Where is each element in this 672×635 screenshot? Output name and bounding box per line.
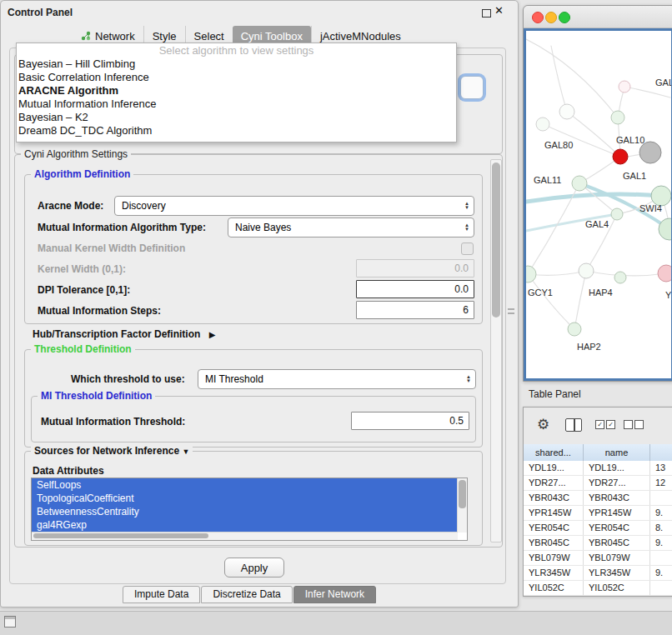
- network-node[interactable]: [568, 322, 581, 336]
- attribute-list-vscroll-thumb[interactable]: [459, 480, 466, 508]
- attribute-list-vscrollbar[interactable]: [457, 478, 467, 532]
- mi-type-value: Naive Bayes: [235, 222, 291, 233]
- network-node[interactable]: [526, 266, 536, 282]
- gear-icon[interactable]: ⚙: [537, 416, 549, 433]
- select-columns-icon[interactable]: ✓✓: [595, 420, 615, 429]
- table-row[interactable]: YIL052C YIL052C: [524, 581, 672, 596]
- close-icon[interactable]: ✕: [494, 4, 504, 17]
- settings-group-title: Cyni Algorithm Settings: [21, 149, 131, 159]
- control-panel-window: Control Panel ✕ Network Style Select Cyn…: [0, 0, 519, 608]
- attribute-item-selected[interactable]: TopologicalCoefficient: [32, 492, 457, 505]
- algorithm-dropdown-popup: Select algorithm to view settings Bayesi…: [16, 42, 457, 142]
- minimize-traffic-light-icon[interactable]: [545, 12, 557, 23]
- network-window-titlebar[interactable]: [524, 6, 672, 28]
- manual-kernel-checkbox[interactable]: [461, 242, 474, 255]
- sources-title: Sources for Network Inference: [34, 445, 179, 457]
- tab-discretize-data[interactable]: Discretize Data: [201, 586, 292, 603]
- dropdown-item-selected[interactable]: ARACNE Algorithm: [17, 84, 456, 98]
- table-row[interactable]: YER054C YER054C 8.: [524, 521, 672, 536]
- cyni-bottom-tabbar: Impute Data Discretize Data Infer Networ…: [123, 586, 377, 603]
- hub-definition-expander[interactable]: Hub/Transcription Factor Definition ▶: [33, 328, 215, 342]
- dropdown-item[interactable]: Bayesian – K2: [17, 111, 456, 124]
- data-attributes-label: Data Attributes: [33, 464, 104, 478]
- mi-steps-label: Mutual Information Steps:: [38, 304, 161, 318]
- table-body: YDL19... YDL19... 13 YDR27... YDR27... 1…: [524, 461, 672, 596]
- network-node-label: GAL11: [534, 175, 561, 185]
- attribute-list-hscroll-thumb[interactable]: [33, 533, 208, 538]
- network-node-label: SWI4: [639, 203, 662, 213]
- dpi-tolerance-input[interactable]: [356, 280, 474, 298]
- dropdown-item[interactable]: Bayesian – Hill Climbing: [17, 58, 456, 71]
- column-header[interactable]: shared...: [524, 444, 584, 461]
- network-node[interactable]: [611, 208, 623, 220]
- float-window-icon[interactable]: [482, 9, 491, 18]
- network-node[interactable]: [572, 176, 587, 191]
- network-node[interactable]: [559, 104, 574, 119]
- network-node[interactable]: [614, 272, 626, 283]
- table-row[interactable]: YBR045C YBR045C 9.: [524, 536, 672, 551]
- table-panel-window: ⚙ ✓✓ shared... name YDL19... YDL19... 13…: [523, 407, 672, 597]
- tab-impute-data[interactable]: Impute Data: [123, 586, 200, 603]
- network-node[interactable]: [613, 149, 628, 164]
- table-row[interactable]: YDR27... YDR27... 12: [524, 476, 672, 491]
- network-node-label: HAP2: [577, 342, 601, 352]
- mi-threshold-group-title: MI Threshold Definition: [38, 391, 155, 401]
- table-row[interactable]: YLR345W YLR345W 9.: [524, 566, 672, 581]
- tab-infer-network[interactable]: Infer Network: [293, 586, 376, 603]
- network-node[interactable]: [579, 263, 594, 278]
- mi-threshold-input[interactable]: [351, 412, 469, 430]
- network-graph[interactable]: GAL80GAL10GAL11GAL1SWI4GAL4GCY1HAP4HAP2G…: [526, 31, 671, 381]
- attribute-item-selected[interactable]: gal4RGexp: [32, 518, 457, 532]
- aracne-mode-combo[interactable]: Discovery ▲▼: [114, 196, 474, 216]
- deselect-columns-icon[interactable]: [624, 420, 644, 429]
- which-threshold-label: Which threshold to use:: [71, 372, 185, 386]
- dpi-tolerance-label: DPI Tolerance [0,1]:: [38, 283, 130, 297]
- network-node[interactable]: [619, 81, 630, 92]
- dropdown-item[interactable]: Mutual Information Inference: [17, 98, 456, 111]
- table-panel-title: Table Panel: [529, 388, 581, 400]
- network-node[interactable]: [611, 111, 624, 124]
- kernel-width-label: Kernel Width (0,1):: [38, 262, 126, 276]
- network-node-label: HAP4: [589, 288, 613, 298]
- panel-splitter[interactable]: [508, 308, 514, 318]
- network-node-label: GAL80: [544, 140, 573, 150]
- network-view-window: GAL80GAL10GAL11GAL1SWI4GAL4GCY1HAP4HAP2G…: [523, 5, 672, 382]
- manual-kernel-label: Manual Kernel Width Definition: [38, 242, 185, 255]
- table-row[interactable]: YBL079W YBL079W: [524, 551, 672, 566]
- attribute-item-selected[interactable]: SelfLoops: [32, 478, 457, 492]
- column-header[interactable]: [650, 444, 672, 461]
- sources-group-header[interactable]: Sources for Network Inference ▼: [31, 446, 193, 457]
- mi-steps-input[interactable]: [356, 301, 474, 319]
- aracne-mode-label: Aracne Mode:: [38, 199, 103, 212]
- zoom-traffic-light-icon[interactable]: [559, 12, 570, 23]
- attribute-list-hscrollbar[interactable]: [32, 532, 458, 540]
- attribute-item-selected[interactable]: BetweennessCentrality: [32, 505, 457, 518]
- network-node-label: Y: [665, 290, 671, 300]
- algorithm-settings-button[interactable]: [460, 76, 484, 99]
- column-header[interactable]: name: [584, 444, 650, 461]
- close-traffic-light-icon[interactable]: [532, 12, 544, 23]
- apply-button[interactable]: Apply: [224, 558, 284, 578]
- network-node[interactable]: [658, 265, 671, 282]
- which-threshold-combo[interactable]: MI Threshold ▲▼: [198, 369, 476, 389]
- table-row[interactable]: YBR043C YBR043C: [524, 491, 672, 506]
- network-node[interactable]: [536, 118, 549, 131]
- table-row[interactable]: YPR145W YPR145W 9.: [524, 506, 672, 521]
- table-row[interactable]: YDL19... YDL19... 13: [524, 461, 672, 476]
- dropdown-item[interactable]: Dream8 DC_TDC Algorithm: [17, 124, 456, 138]
- table-header: shared... name: [524, 444, 672, 462]
- network-edge: [624, 87, 670, 98]
- threshold-definition-title: Threshold Definition: [31, 344, 135, 354]
- settings-scrollbar[interactable]: [490, 159, 502, 542]
- mi-type-combo[interactable]: Naive Bayes ▲▼: [228, 218, 474, 238]
- columns-icon[interactable]: [565, 418, 582, 432]
- network-node-label: GAL10: [616, 135, 644, 145]
- dropdown-item[interactable]: Basic Correlation Inference: [17, 71, 456, 84]
- combo-arrows-icon: ▲▼: [466, 375, 471, 383]
- network-canvas[interactable]: GAL80GAL10GAL11GAL1SWI4GAL4GCY1HAP4HAP2G…: [524, 28, 672, 381]
- network-edge: [586, 271, 666, 276]
- settings-scrollbar-thumb[interactable]: [492, 162, 500, 318]
- minimized-panel-icon[interactable]: [4, 616, 16, 628]
- network-edge: [528, 271, 586, 275]
- kernel-width-input[interactable]: [356, 259, 474, 278]
